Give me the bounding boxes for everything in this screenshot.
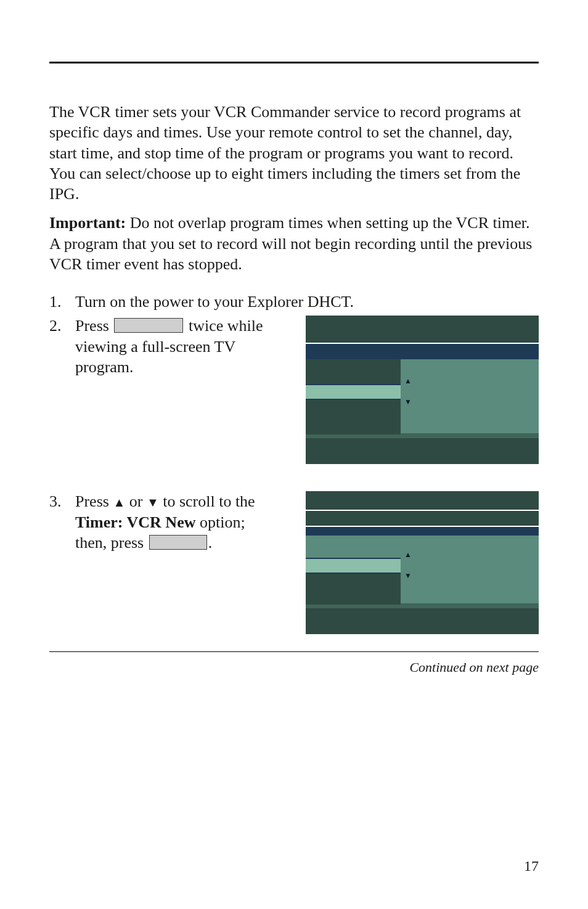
menu-screenshot-1: ▲ ▼ (306, 316, 539, 464)
step2-pre: Press (75, 317, 113, 335)
step3-mid: or (125, 492, 147, 510)
up-arrow-icon: ▲ (404, 378, 412, 384)
bottom-rule (49, 651, 539, 652)
down-triangle-icon: ▼ (147, 495, 159, 511)
step-number: 2. (49, 316, 75, 336)
step-3: 3. Press ▲ or ▼ to scroll to the Timer: … (49, 491, 277, 553)
step-number: 3. (49, 491, 75, 512)
down-arrow-icon: ▼ (404, 399, 412, 405)
step-3-left: 3. Press ▲ or ▼ to scroll to the Timer: … (49, 491, 277, 553)
step-2-figure-col: ▲ ▼ (292, 316, 539, 464)
step-1: 1. Turn on the power to your Explorer DH… (49, 291, 539, 312)
step-text: Turn on the power to your Explorer DHCT. (75, 291, 539, 312)
step-text: Press twice while viewing a full-screen … (75, 316, 277, 377)
step3-bold: Timer: VCR New (75, 513, 195, 531)
step-3-figure-col: ▲ ▼ (292, 491, 539, 634)
up-arrow-icon: ▲ (404, 552, 412, 558)
up-triangle-icon: ▲ (113, 495, 125, 511)
important-label: Important: (49, 214, 126, 232)
step-2-row: 2. Press twice while viewing a full-scre… (49, 316, 539, 464)
continued-note: Continued on next page (49, 659, 539, 675)
step3-pre: Press (75, 492, 113, 510)
down-arrow-icon: ▼ (404, 573, 412, 579)
step-text: Press ▲ or ▼ to scroll to the Timer: VCR… (75, 491, 277, 553)
remote-button-placeholder (114, 318, 183, 333)
remote-button-placeholder (149, 535, 207, 550)
important-paragraph: Important: Do not overlap program times … (49, 213, 539, 274)
page-number: 17 (524, 858, 539, 874)
intro-paragraph: The VCR timer sets your VCR Commander se… (49, 102, 539, 204)
step3-end: . (208, 534, 213, 552)
step3-post1: to scroll to the (159, 492, 255, 510)
menu-screenshot-2: ▲ ▼ (306, 491, 539, 634)
step-3-row: 3. Press ▲ or ▼ to scroll to the Timer: … (49, 491, 539, 634)
manual-page: The VCR timer sets your VCR Commander se… (0, 0, 588, 909)
top-rule (49, 62, 539, 63)
step-2: 2. Press twice while viewing a full-scre… (49, 316, 277, 377)
steps-list: 1. Turn on the power to your Explorer DH… (49, 291, 539, 634)
step-number: 1. (49, 291, 75, 312)
step-2-left: 2. Press twice while viewing a full-scre… (49, 316, 277, 377)
